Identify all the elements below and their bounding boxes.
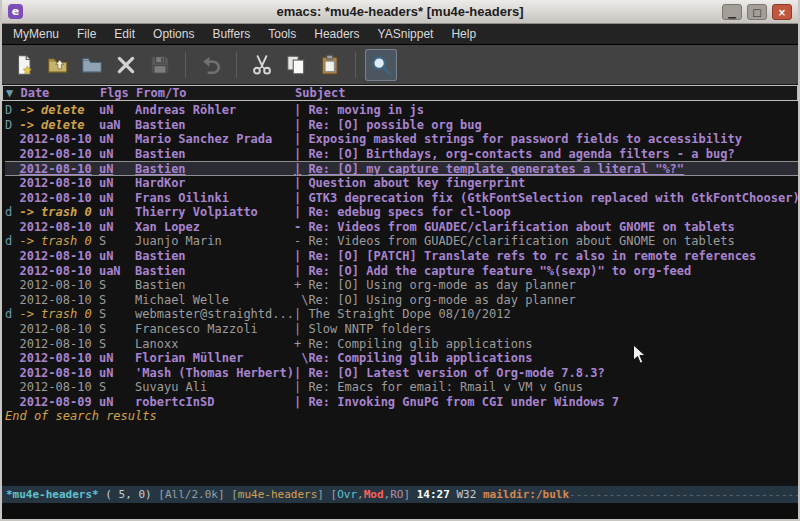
message-row[interactable]: D-> deleteuaNBastien|Re: [O] possible or… (5, 118, 798, 133)
dired-folder-icon[interactable] (76, 49, 108, 81)
cell-subject: Re: [O] Using org-mode as day planner (308, 293, 798, 308)
message-row[interactable]: 2012-08-10uN'Mash (Thomas Herbert)|Re: [… (5, 366, 798, 381)
open-file-icon[interactable] (42, 49, 74, 81)
copy-icon[interactable] (280, 49, 312, 81)
cell-date: 2012-08-10 (19, 162, 98, 175)
cell-sep: | (294, 322, 308, 337)
message-row[interactable]: 2012-08-10uNFrans Oilinki|GTK3 deprecati… (5, 191, 798, 206)
cell-prefix (5, 322, 19, 337)
message-row[interactable]: d-> trash 0SJuanjo Marin-Re: Videos from… (5, 234, 798, 249)
cut-icon[interactable] (246, 49, 278, 81)
headers-columns-bar[interactable]: ▼ Date Flgs From/To Subject (2, 85, 798, 101)
cell-date: -> delete (19, 118, 98, 133)
cell-sep: | (294, 162, 308, 175)
message-row[interactable]: 2012-08-10SFrancesco Mazzoli|Slow NNTP f… (5, 322, 798, 337)
message-row[interactable]: 2012-08-09uNrobertcInSD|Re: Invoking Gnu… (5, 395, 798, 410)
cell-subject: Re: [O] Latest version of Org-mode 7.8.3… (308, 366, 798, 381)
cell-sep: | (294, 176, 308, 191)
menu-item-help[interactable]: Help (442, 24, 485, 44)
cell-prefix (5, 351, 19, 366)
message-row[interactable]: 2012-08-10uNFlorian Müllner \Re: Compili… (5, 351, 798, 366)
toolbar-separator (236, 52, 237, 78)
modeline-segment: , (384, 488, 391, 501)
title-bar[interactable]: e emacs: *mu4e-headers* [mu4e-headers] ▁… (2, 0, 798, 24)
column-header-flags[interactable]: Flgs (100, 86, 136, 100)
close-buffer-icon[interactable] (110, 49, 142, 81)
minimize-button[interactable]: ▁ (722, 4, 742, 20)
message-row[interactable]: 2012-08-10SSuvayu Ali|Re: Emacs for emai… (5, 380, 798, 395)
cell-subject: Re: Invoking GnuPG from CGI under Window… (308, 395, 798, 410)
cell-sep: | (294, 366, 308, 381)
cell-prefix (5, 278, 19, 293)
cell-date: 2012-08-10 (19, 191, 98, 206)
cell-sep: | (294, 118, 308, 133)
cell-subject: The Straight Dope 08/10/2012 (308, 307, 798, 322)
cell-from: Bastien (135, 249, 294, 264)
cell-prefix (5, 264, 19, 279)
paste-icon[interactable] (314, 49, 346, 81)
maximize-button[interactable]: □ (747, 4, 767, 20)
cell-date: 2012-08-10 (19, 220, 98, 235)
menu-item-buffers[interactable]: Buffers (203, 24, 259, 44)
echo-area[interactable] (2, 503, 798, 519)
menu-item-edit[interactable]: Edit (105, 24, 144, 44)
new-file-icon[interactable] (8, 49, 40, 81)
cell-flags: S (99, 307, 135, 322)
message-row[interactable]: 2012-08-10uNBastien|Re: [O] my capture t… (5, 161, 798, 176)
cell-from: Andreas Röhler (135, 103, 294, 118)
cell-prefix (5, 132, 19, 147)
column-header-from[interactable]: From/To (136, 86, 295, 100)
cell-sep: + (294, 337, 308, 352)
message-row[interactable]: D-> deleteuNAndreas Röhler|Re: moving in… (5, 103, 798, 118)
menu-item-options[interactable]: Options (144, 24, 203, 44)
message-row[interactable]: d-> trash 0uNThierry Volpiatto|Re: edebu… (5, 205, 798, 220)
close-button[interactable]: × (772, 4, 792, 20)
cell-date: -> delete (19, 103, 98, 118)
modeline-segment: Mod (364, 488, 384, 501)
cell-subject: Re: [O] possible org bug (308, 118, 798, 133)
message-row[interactable]: 2012-08-10uNMario Sanchez Prada|Exposing… (5, 132, 798, 147)
cell-flags: S (99, 293, 135, 308)
cell-prefix (5, 380, 19, 395)
toolbar (2, 45, 798, 85)
cell-from: Suvayu Ali (135, 380, 294, 395)
cell-prefix: D (5, 118, 19, 133)
cell-from: Bastien (135, 118, 294, 133)
message-row[interactable]: 2012-08-10SLanoxx+Re: Compiling glib app… (5, 337, 798, 352)
cell-flags: S (99, 337, 135, 352)
message-row[interactable]: 2012-08-10SBastien+Re: [O] Using org-mod… (5, 278, 798, 293)
menu-item-tools[interactable]: Tools (259, 24, 305, 44)
cell-flags: uN (99, 132, 135, 147)
cell-prefix (5, 191, 19, 206)
menu-item-headers[interactable]: Headers (305, 24, 368, 44)
end-of-results: End of search results (5, 409, 798, 424)
undo-icon (195, 49, 227, 81)
search-icon[interactable] (365, 49, 397, 81)
menu-item-file[interactable]: File (68, 24, 105, 44)
message-row[interactable]: d-> trash 0Swebmaster@straightd...|The S… (5, 307, 798, 322)
message-row[interactable]: 2012-08-10SMichael Welle \Re: [O] Using … (5, 293, 798, 308)
message-row[interactable]: 2012-08-10uNBastien|Re: [O] [PATCH] Tran… (5, 249, 798, 264)
message-row[interactable]: 2012-08-10uaNBastien|Re: [O] Add the cap… (5, 264, 798, 279)
cell-sep: | (294, 103, 308, 118)
modeline-segment: ] (317, 488, 330, 501)
cell-flags: uN (99, 366, 135, 381)
cell-date: 2012-08-10 (19, 351, 98, 366)
cell-from: Francesco Mazzoli (135, 322, 294, 337)
cell-flags: S (99, 234, 135, 249)
message-row[interactable]: 2012-08-10uNXan Lopez-Re: Videos from GU… (5, 220, 798, 235)
column-header-subject[interactable]: Subject (295, 86, 797, 100)
modeline-segment: ----------------------------------------… (569, 488, 798, 501)
message-row[interactable]: 2012-08-10uNHardKor|Question about key f… (5, 176, 798, 191)
save-icon (144, 49, 176, 81)
menu-item-yasnippet[interactable]: YASnippet (369, 24, 443, 44)
message-row[interactable]: 2012-08-10uNBastien|Re: [O] Birthdays, o… (5, 147, 798, 162)
cell-date: -> trash 0 (19, 234, 98, 249)
cell-sep: | (294, 249, 308, 264)
cell-sep: \ (294, 293, 308, 308)
cell-sep: - (294, 234, 308, 249)
column-header-date[interactable]: Date (20, 86, 99, 100)
modeline-segment: , (357, 488, 364, 501)
menu-item-mymenu[interactable]: MyMenu (4, 24, 68, 44)
modeline-segment: mu4e-headers (238, 488, 317, 501)
